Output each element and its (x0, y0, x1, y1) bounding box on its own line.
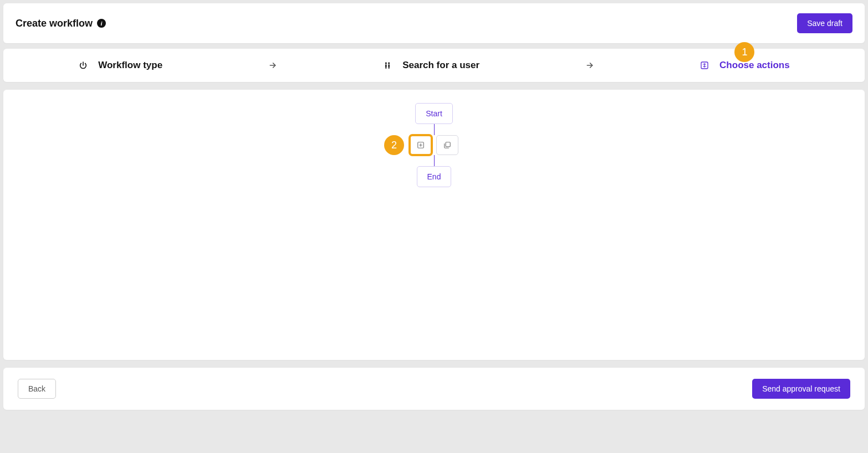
header-title-wrap: Create workflow i (16, 18, 106, 29)
svg-rect-8 (446, 142, 450, 147)
plus-box-icon (417, 141, 425, 149)
svg-point-1 (388, 62, 390, 64)
workflow-canvas: Start 2 End (3, 90, 865, 360)
step-label: Workflow type (98, 60, 162, 71)
svg-point-0 (385, 62, 387, 64)
step-workflow-type[interactable]: Workflow type (78, 60, 162, 71)
annotation-badge-1: 1 (734, 42, 754, 62)
flow-start-node[interactable]: Start (415, 103, 453, 124)
step-search-user[interactable]: Search for a user (382, 60, 479, 71)
svg-rect-6 (701, 62, 708, 69)
step-label: Choose actions (719, 60, 790, 71)
flow-action-row: 2 (410, 135, 458, 155)
info-icon[interactable]: i (97, 19, 106, 28)
step-label: Search for a user (402, 60, 479, 71)
arrow-right-icon (585, 61, 594, 70)
stepper-bar: Workflow type Search for a user 1 Choose… (3, 49, 865, 82)
power-icon (78, 60, 88, 70)
arrow-right-icon (268, 61, 277, 70)
flow-connector (434, 155, 435, 166)
step-choose-actions[interactable]: 1 Choose actions (699, 60, 790, 71)
back-button[interactable]: Back (18, 379, 56, 399)
add-action-button[interactable] (410, 135, 432, 155)
flow-container: Start 2 End (410, 103, 458, 187)
footer-bar: Back Send approval request (3, 368, 865, 410)
save-draft-button[interactable]: Save draft (797, 13, 852, 33)
template-action-button[interactable] (436, 135, 458, 155)
header-bar: Create workflow i Save draft (3, 3, 865, 43)
flow-end-node[interactable]: End (417, 166, 452, 187)
svg-rect-5 (389, 67, 390, 69)
swap-icon (699, 60, 709, 70)
svg-rect-4 (386, 67, 387, 69)
page-title: Create workflow (16, 18, 93, 29)
flow-connector (434, 124, 435, 135)
send-approval-button[interactable]: Send approval request (752, 379, 850, 399)
people-icon (382, 60, 392, 70)
annotation-badge-2: 2 (384, 135, 404, 155)
layers-icon (443, 141, 451, 149)
